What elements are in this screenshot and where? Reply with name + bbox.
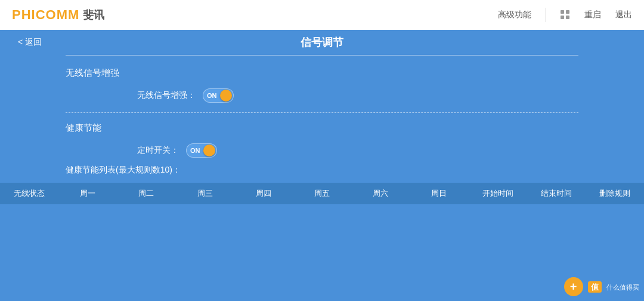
restart-nav-item[interactable]: 重启 <box>584 10 601 20</box>
grid-icon[interactable] <box>561 10 570 20</box>
health-title: 健康节能 <box>18 122 626 134</box>
signal-boost-form-row: 无线信号增强： ON <box>18 88 626 103</box>
health-toggle[interactable]: ON <box>186 143 217 158</box>
toggle-knob <box>220 90 232 102</box>
logo-feixun-text: 斐讯 <box>83 8 104 22</box>
section-divider <box>66 112 578 113</box>
toggle-on-label: ON <box>207 92 217 99</box>
watermark: 值 什么值得买 <box>588 281 639 293</box>
table-header: 无线状态周一周二周三周四周五周六周日开始时间结束时间删除规则 <box>0 183 644 204</box>
table-header-cell: 开始时间 <box>469 188 527 199</box>
logout-nav-item[interactable]: 退出 <box>615 10 632 20</box>
header-divider <box>546 8 546 22</box>
signal-boost-label: 无线信号增强： <box>137 90 196 101</box>
toggle-on-label-health: ON <box>190 147 200 154</box>
table-header-cell: 结束时间 <box>527 188 586 199</box>
advanced-nav-item[interactable]: 高级功能 <box>498 10 531 20</box>
back-link[interactable]: < 返回 <box>18 37 42 48</box>
table-header-cell: 周三 <box>176 188 234 199</box>
health-form-row: 定时开关： ON <box>18 143 626 158</box>
main-content: < 返回 信号调节 无线信号增强 无线信号增强： ON 健康节能 定时开关： O… <box>0 30 644 204</box>
table-header-cell: 删除规则 <box>586 188 644 199</box>
bottom-right-overlay: + 值 什么值得买 <box>564 277 639 296</box>
table-header-cell: 周六 <box>351 188 410 199</box>
table-header-cell: 周一 <box>58 188 117 199</box>
toggle-track-health: ON <box>186 143 217 158</box>
add-rule-button[interactable]: + <box>564 277 583 296</box>
toggle-track: ON <box>203 88 234 103</box>
logo: PHICOMM 斐讯 <box>12 7 104 23</box>
table-header-cell: 周二 <box>117 188 175 199</box>
header-right: 高级功能 重启 退出 <box>498 8 632 22</box>
logo-phicomm-text: PHICOMM <box>12 7 79 23</box>
table-header-cell: 周四 <box>234 188 293 199</box>
sub-header: < 返回 信号调节 <box>0 30 644 55</box>
table-header-cell: 周日 <box>410 188 468 199</box>
table-header-cell: 周五 <box>293 188 351 199</box>
toggle-knob-health <box>203 145 215 156</box>
top-divider <box>66 55 578 56</box>
health-label: 定时开关： <box>137 145 179 156</box>
watermark-badge: 值 <box>588 281 602 293</box>
watermark-label: 什么值得买 <box>606 284 639 291</box>
content-area: 无线信号增强 无线信号增强： ON 健康节能 定时开关： ON 健康节能列表( <box>0 55 644 176</box>
header: PHICOMM 斐讯 高级功能 重启 退出 <box>0 0 644 30</box>
table-header-cell: 无线状态 <box>0 188 58 199</box>
signal-boost-title: 无线信号增强 <box>18 67 626 79</box>
signal-boost-toggle[interactable]: ON <box>203 88 234 103</box>
page-title: 信号调节 <box>301 35 343 50</box>
health-list-label: 健康节能列表(最大规则数10)： <box>18 165 626 176</box>
